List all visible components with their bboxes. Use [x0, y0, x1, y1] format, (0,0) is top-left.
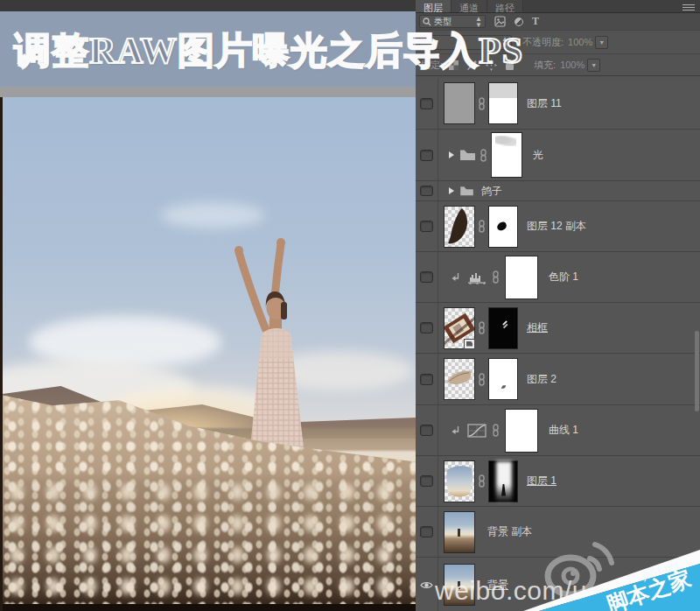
eye-off-box[interactable] [420, 374, 433, 385]
layer-name[interactable]: 图层 2 [527, 372, 556, 387]
layer-thumbnail[interactable] [444, 358, 475, 400]
clipping-mask-arrow-icon [451, 425, 460, 436]
layer-name[interactable]: 图层 12 副本 [527, 219, 586, 234]
smart-object-badge-icon [464, 339, 475, 349]
group-row[interactable]: 光 [416, 130, 700, 181]
layer-name[interactable]: 曲线 1 [549, 423, 578, 438]
layer-name[interactable]: 鸽子 [481, 184, 502, 199]
layer-thumbnail[interactable] [444, 511, 475, 553]
eye-off-box[interactable] [420, 186, 433, 196]
adjustment-mask-thumbnail[interactable] [505, 409, 538, 453]
fill-label: 填充: [534, 59, 556, 72]
opacity-value[interactable]: 100% [568, 37, 592, 47]
eye-off-box[interactable] [420, 425, 433, 436]
eye-off-box[interactable] [420, 221, 433, 232]
visibility-toggle[interactable] [416, 354, 438, 404]
clipping-mask-arrow-icon [451, 272, 460, 283]
mask-link-icon [478, 474, 486, 488]
adjustment-filter-icon[interactable] [514, 18, 523, 26]
layer-thumbnail[interactable] [444, 206, 475, 248]
group-mask-thumbnail[interactable] [491, 132, 522, 178]
layer-name[interactable]: 图层 11 [527, 96, 562, 111]
eye-off-box[interactable] [420, 526, 433, 537]
layer-row[interactable]: 图层 12 副本 [416, 201, 700, 252]
layer-name[interactable]: 光 [533, 148, 543, 163]
visibility-toggle[interactable] [416, 181, 438, 200]
layer-name[interactable]: 相框 [527, 320, 548, 335]
mask-link-icon [492, 424, 500, 437]
opacity-dropdown-button[interactable]: ▼ [595, 36, 608, 49]
levels-adjustment-icon [467, 270, 486, 284]
layer-mask-thumbnail[interactable] [488, 206, 518, 248]
layer-row[interactable]: 图层 11 [416, 78, 700, 130]
eye-off-box[interactable] [420, 322, 433, 334]
layer-list: 图层 11 光 [416, 78, 700, 611]
smart-object-row[interactable]: 相框 [416, 303, 700, 354]
visibility-toggle[interactable] [416, 201, 438, 251]
tab-channels[interactable]: 通道 [452, 0, 487, 12]
document-canvas [0, 0, 416, 611]
canvas-gray-strip [0, 87, 416, 97]
scrollbar-thumb[interactable] [695, 331, 699, 411]
canvas-top-strip [0, 0, 416, 11]
pixel-filter-icon[interactable] [494, 16, 506, 27]
panel-tabbar: 图层 通道 路径 [416, 0, 700, 13]
layer-mask-thumbnail[interactable] [488, 82, 518, 124]
visibility-toggle[interactable] [416, 405, 438, 455]
mask-link-icon [478, 373, 486, 386]
screenshot-root: 调整RAW图片曝光之后导入PS 图层 通道 路径 类型 ▲▼ [0, 0, 700, 611]
layer-thumbnail[interactable] [444, 307, 475, 349]
layer-thumbnail[interactable] [444, 82, 475, 124]
panel-menu-icon[interactable] [682, 3, 695, 12]
visibility-toggle[interactable] [416, 78, 438, 129]
mask-link-icon [478, 97, 486, 110]
photo-image [0, 97, 416, 611]
group-row[interactable]: 鸽子 [416, 181, 700, 201]
layer-thumbnail[interactable] [444, 460, 475, 502]
visibility-toggle[interactable] [416, 456, 438, 506]
visibility-toggle[interactable] [416, 130, 438, 180]
layer-mask-thumbnail[interactable] [488, 460, 518, 502]
eye-off-box[interactable] [420, 475, 433, 487]
layer-mask-thumbnail[interactable] [488, 358, 518, 400]
type-filter-icon[interactable]: T [532, 15, 539, 28]
search-icon [423, 18, 431, 26]
adjustment-mask-thumbnail[interactable] [505, 256, 538, 299]
site-ribbon: jb51.net 脚本之家 [488, 537, 700, 611]
layer-name[interactable]: 色阶 1 [549, 270, 578, 284]
fill-value[interactable]: 100% [560, 60, 584, 70]
visibility-toggle[interactable] [416, 252, 438, 302]
adjustment-layer-row[interactable]: 色阶 1 [416, 252, 700, 303]
updown-arrows-icon: ▲▼ [475, 16, 482, 28]
eye-off-box[interactable] [420, 150, 433, 161]
eye-off-box[interactable] [420, 98, 433, 109]
tab-paths[interactable]: 路径 [487, 0, 523, 12]
disclosure-arrow-icon[interactable] [449, 187, 454, 194]
fill-dropdown-button[interactable]: ▼ [587, 59, 600, 72]
mask-link-icon [478, 220, 486, 233]
opacity-label: 不透明度: [522, 36, 564, 49]
photo-bottom-edge [3, 604, 416, 611]
layer-row[interactable]: 图层 2 [416, 354, 700, 405]
grass-foreground [3, 480, 416, 611]
layers-panel: 图层 通道 路径 类型 ▲▼ T [416, 0, 700, 611]
layer-name[interactable]: 图层 1 [527, 474, 556, 488]
folder-icon [459, 186, 474, 196]
mask-link-icon [478, 321, 486, 334]
adjustment-layer-row[interactable]: 曲线 1 [416, 405, 700, 456]
visibility-toggle[interactable] [416, 507, 438, 557]
layer-mask-thumbnail[interactable] [488, 307, 518, 349]
layer-row[interactable]: 图层 1 [416, 456, 700, 507]
visibility-toggle[interactable] [416, 303, 438, 353]
mask-link-icon [480, 149, 487, 162]
tutorial-title: 调整RAW图片曝光之后导入PS [14, 26, 469, 75]
eye-icon[interactable] [420, 580, 433, 590]
mask-link-icon [492, 270, 500, 284]
eye-off-box[interactable] [420, 271, 433, 283]
folder-icon [459, 149, 476, 161]
disclosure-arrow-icon[interactable] [449, 151, 454, 158]
curves-adjustment-icon [467, 424, 486, 438]
tab-layers[interactable]: 图层 [416, 0, 452, 12]
